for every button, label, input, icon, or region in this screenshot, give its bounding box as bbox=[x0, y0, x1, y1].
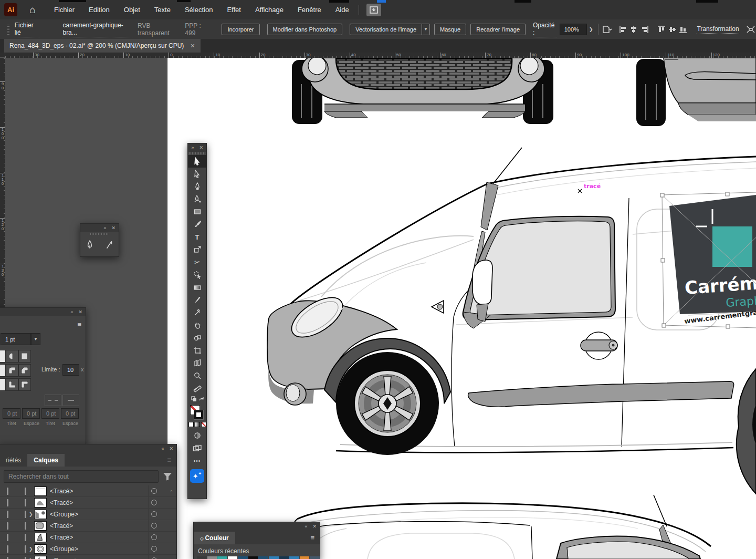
arrange-documents-icon[interactable] bbox=[366, 4, 381, 16]
none-button[interactable] bbox=[201, 422, 206, 427]
menu-aide[interactable]: Aide bbox=[335, 6, 349, 14]
menu-effet[interactable]: Effet bbox=[227, 6, 241, 14]
align-stroke-center-button[interactable] bbox=[0, 378, 6, 391]
layer-row[interactable]: ❯ <Groupe> bbox=[0, 555, 176, 559]
color-button[interactable] bbox=[188, 422, 194, 427]
align-stroke-outside-button[interactable] bbox=[18, 378, 31, 391]
align-center-vertical-icon[interactable] bbox=[667, 24, 677, 35]
free-transform-icon[interactable] bbox=[746, 24, 756, 35]
tool-rectangle[interactable] bbox=[188, 205, 206, 218]
close-panel-icon[interactable]: ✕ bbox=[111, 225, 116, 231]
close-panel-icon[interactable]: ✕ bbox=[312, 524, 317, 529]
tool-scissors[interactable]: ✂ bbox=[188, 256, 206, 268]
gradient-button[interactable] bbox=[195, 422, 200, 427]
panel-cycle-icon[interactable]: ◇ bbox=[200, 536, 205, 541]
gap-field[interactable]: 0 pt bbox=[61, 408, 79, 419]
tool-direct-selection[interactable] bbox=[188, 168, 206, 180]
color-swatch[interactable] bbox=[300, 556, 310, 559]
selection-handle[interactable] bbox=[726, 325, 730, 328]
dash-preserve-button[interactable] bbox=[45, 395, 61, 406]
color-swatch[interactable] bbox=[228, 556, 238, 559]
menu-texte[interactable]: Texte bbox=[154, 6, 171, 14]
more-tools-icon[interactable]: ••• bbox=[188, 454, 206, 467]
selection-handle[interactable] bbox=[661, 258, 665, 262]
align-to-artboard-icon[interactable] bbox=[602, 24, 612, 35]
crop-image-button[interactable]: Recadrer l'image bbox=[470, 24, 526, 35]
tool-shape-builder[interactable] bbox=[188, 332, 206, 344]
target-circle[interactable] bbox=[151, 511, 157, 517]
tool-pen[interactable] bbox=[85, 240, 94, 252]
controlbar-grip[interactable] bbox=[7, 24, 9, 35]
color-swatch[interactable] bbox=[207, 556, 217, 559]
tool-perspective-grid[interactable] bbox=[188, 357, 206, 369]
align-right-icon[interactable] bbox=[639, 24, 650, 35]
target-circle[interactable] bbox=[151, 534, 157, 540]
layer-row[interactable]: ❯ <Groupe> bbox=[0, 509, 176, 520]
image-trace-button[interactable]: Vectorisation de l'image bbox=[350, 24, 422, 35]
scroll-up-icon[interactable]: ⌃ bbox=[169, 490, 173, 495]
dash-field[interactable]: 0 pt bbox=[41, 408, 59, 419]
collapse-panel-icon[interactable]: » bbox=[191, 145, 194, 150]
generative-ai-button[interactable]: ✦✦ bbox=[190, 469, 204, 483]
tool-pen[interactable] bbox=[188, 180, 206, 193]
layer-row[interactable]: <Tracé> bbox=[0, 485, 176, 497]
color-swatch[interactable] bbox=[258, 556, 268, 559]
horizontal-ruler[interactable]: 3020100102030405060708090100110120 bbox=[5, 53, 756, 58]
filter-icon[interactable] bbox=[163, 472, 172, 481]
edit-in-photoshop-button[interactable]: Modifier dans Photoshop bbox=[267, 24, 343, 35]
tool-magic-selection[interactable] bbox=[188, 268, 206, 281]
color-swatch[interactable] bbox=[310, 556, 320, 559]
stroke-panel-header[interactable]: « ✕ bbox=[0, 308, 86, 316]
color-swatch[interactable] bbox=[248, 556, 258, 559]
gap-field[interactable]: 0 pt bbox=[22, 408, 40, 419]
align-center-horizontal-icon[interactable] bbox=[628, 24, 639, 35]
collapse-panel-icon[interactable]: « bbox=[70, 309, 73, 315]
close-panel-icon[interactable]: ✕ bbox=[78, 309, 82, 315]
document-tab[interactable]: Rena_484_3D_eps - 02.ai* @ 200 % (CMJN/A… bbox=[4, 39, 201, 53]
layer-row[interactable]: <Tracé> bbox=[0, 520, 176, 532]
menu-selection[interactable]: Sélection bbox=[185, 6, 213, 14]
collapse-panel-icon[interactable]: « bbox=[161, 446, 164, 451]
color-swatch[interactable] bbox=[269, 556, 279, 559]
tab-proprietes-partial[interactable]: riétés bbox=[0, 454, 27, 467]
dash-align-button[interactable] bbox=[62, 395, 79, 406]
close-document-icon[interactable]: ✕ bbox=[190, 43, 195, 49]
screen-mode-icon[interactable] bbox=[188, 442, 206, 454]
menu-objet[interactable]: Objet bbox=[124, 6, 140, 14]
image-trace-chevron[interactable]: ▼ bbox=[422, 24, 430, 35]
color-panel-header[interactable]: « ✕ bbox=[194, 522, 320, 531]
menu-fichier[interactable]: Fichier bbox=[54, 6, 75, 14]
menu-edition[interactable]: Edition bbox=[89, 6, 110, 14]
align-stroke-inside-button[interactable] bbox=[6, 378, 18, 391]
selection-handle[interactable] bbox=[660, 193, 664, 197]
dash-field[interactable]: 0 pt bbox=[3, 408, 20, 419]
tool-artboard[interactable] bbox=[188, 344, 206, 357]
collapse-panel-icon[interactable]: « bbox=[103, 225, 106, 231]
menu-affichage[interactable]: Affichage bbox=[255, 6, 284, 14]
fill-stroke-indicator[interactable] bbox=[188, 404, 206, 422]
tab-couleur[interactable]: ◇ Couleur bbox=[194, 532, 235, 544]
embed-button[interactable]: Incorporer bbox=[222, 24, 259, 35]
tool-eyedropper[interactable] bbox=[188, 306, 206, 319]
color-swatch[interactable] bbox=[279, 556, 289, 559]
target-circle[interactable] bbox=[151, 523, 157, 529]
close-panel-icon[interactable]: ✕ bbox=[169, 446, 173, 451]
layer-row[interactable]: <Tracé> bbox=[0, 497, 176, 509]
tool-selection[interactable] bbox=[188, 155, 206, 168]
expand-icon[interactable]: ❯ bbox=[29, 546, 33, 552]
target-circle[interactable] bbox=[151, 488, 157, 494]
stroke-weight-dropdown[interactable]: 1 pt bbox=[1, 333, 31, 345]
transform-link[interactable]: Transformation bbox=[697, 25, 739, 34]
join-miter-button[interactable] bbox=[0, 364, 6, 377]
tools-panel-header[interactable]: » ✕ bbox=[188, 143, 206, 152]
opacity-chevron[interactable]: ❯ bbox=[587, 24, 595, 35]
color-swatch[interactable] bbox=[197, 556, 207, 559]
tool-free-transform[interactable] bbox=[188, 243, 206, 256]
selection-handle[interactable] bbox=[726, 192, 729, 196]
stroke-black-swatch[interactable] bbox=[194, 410, 203, 419]
cap-round-button[interactable] bbox=[6, 350, 18, 363]
panel-menu-icon[interactable]: ≡ bbox=[77, 320, 81, 328]
tool-zoom[interactable] bbox=[188, 369, 206, 382]
illustrator-logo[interactable]: Ai bbox=[4, 3, 17, 16]
tool-gradient[interactable] bbox=[188, 281, 206, 294]
